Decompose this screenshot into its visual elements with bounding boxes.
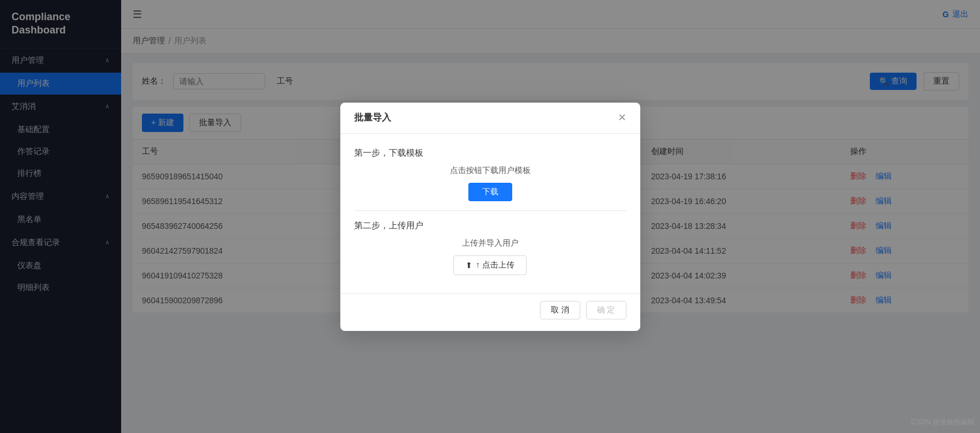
batch-import-modal: 批量导入 ✕ 第一步，下载模板 点击按钮下载用户模板 下载 第二步，上传用户 上…	[340, 103, 640, 331]
modal-cancel-button[interactable]: 取 消	[540, 301, 580, 319]
upload-button[interactable]: ⬆ ↑ 点击上传	[453, 255, 527, 275]
modal-body: 第一步，下载模板 点击按钮下载用户模板 下载 第二步，上传用户 上传并导入用户 …	[340, 134, 640, 289]
upload-icon: ⬆	[465, 261, 472, 270]
modal-title: 批量导入	[354, 112, 391, 124]
step1-title: 第一步，下载模板	[354, 148, 626, 159]
step2-title: 第二步，上传用户	[354, 220, 626, 231]
modal-footer: 取 消 确 定	[340, 293, 640, 331]
modal-divider	[354, 210, 626, 211]
download-template-button[interactable]: 下载	[468, 183, 512, 201]
modal-confirm-button[interactable]: 确 定	[586, 301, 626, 319]
step1-hint: 点击按钮下载用户模板	[354, 165, 626, 176]
watermark: CSDN @迷路的编辑	[911, 417, 974, 427]
modal-header: 批量导入 ✕	[340, 103, 640, 134]
step2-hint: 上传并导入用户	[354, 238, 626, 248]
modal-close-button[interactable]: ✕	[618, 112, 626, 123]
modal-overlay[interactable]: 批量导入 ✕ 第一步，下载模板 点击按钮下载用户模板 下载 第二步，上传用户 上…	[0, 0, 980, 433]
